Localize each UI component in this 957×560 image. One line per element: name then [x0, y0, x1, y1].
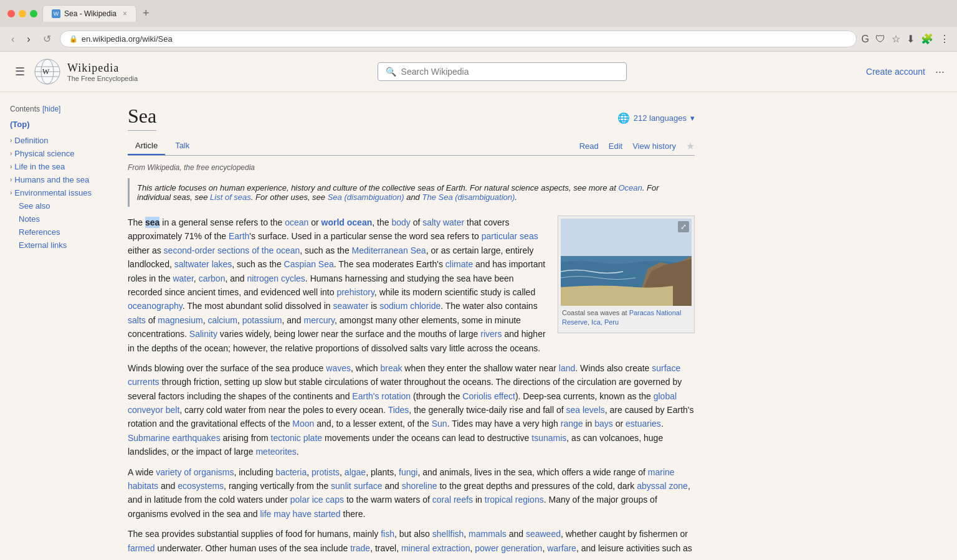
- range-link[interactable]: range: [561, 419, 583, 429]
- second-order-link[interactable]: second-order sections of the ocean: [164, 245, 300, 255]
- salts-link[interactable]: salts: [128, 315, 146, 325]
- sidebar-item-life-in-sea[interactable]: › Life in the sea: [10, 160, 105, 173]
- rivers-link[interactable]: rivers: [480, 329, 502, 339]
- more-options-icon[interactable]: ···: [935, 65, 945, 78]
- downloads-icon[interactable]: ⬇: [907, 33, 915, 45]
- mercury-link[interactable]: mercury: [304, 315, 335, 325]
- sidebar-item-references[interactable]: References: [10, 225, 105, 239]
- shoreline-link[interactable]: shoreline: [402, 481, 437, 491]
- moon-link[interactable]: Moon: [292, 419, 314, 429]
- browser-tab-sea[interactable]: W Sea - Wikipedia ×: [42, 5, 136, 22]
- search-box[interactable]: 🔍: [378, 62, 627, 81]
- surface-currents-link[interactable]: surface currents: [128, 363, 680, 387]
- back-button[interactable]: ‹: [7, 32, 18, 46]
- tectonic-plate-link[interactable]: tectonic plate: [271, 433, 323, 443]
- sea-levels-link[interactable]: sea levels: [566, 405, 604, 415]
- menu-icon[interactable]: ⋮: [940, 33, 950, 45]
- new-tab-button[interactable]: +: [139, 7, 153, 20]
- world-ocean-link[interactable]: world ocean: [321, 217, 373, 227]
- water-link[interactable]: water: [173, 273, 193, 283]
- tab-edit[interactable]: Edit: [609, 141, 622, 151]
- mediterranean-link[interactable]: Mediterranean Sea: [352, 245, 426, 255]
- land-link[interactable]: land: [559, 363, 575, 373]
- tab-talk[interactable]: Talk: [168, 137, 197, 155]
- forward-button[interactable]: ›: [23, 32, 34, 46]
- hatnote-sea-disambiguation-link[interactable]: Sea (disambiguation): [328, 192, 404, 202]
- body-link[interactable]: body: [391, 217, 410, 227]
- sunlit-surface-link[interactable]: sunlit surface: [331, 481, 382, 491]
- power-generation-link[interactable]: power generation: [475, 543, 542, 553]
- shield-icon[interactable]: 🛡: [875, 34, 885, 45]
- warfare-link[interactable]: warfare: [547, 543, 576, 553]
- sidebar-item-notes[interactable]: Notes: [10, 212, 105, 225]
- calcium-link[interactable]: calcium: [207, 315, 237, 325]
- meteorites-link[interactable]: meteorites: [255, 447, 296, 457]
- prehistory-link[interactable]: prehistory: [336, 287, 374, 297]
- watchlist-star-icon[interactable]: ★: [686, 140, 695, 152]
- tsunamis-link[interactable]: tsunamis: [531, 433, 566, 443]
- tides-link[interactable]: Tides: [388, 405, 409, 415]
- shellfish-link[interactable]: shellfish: [432, 529, 464, 539]
- farmed-link[interactable]: farmed: [128, 543, 155, 553]
- contents-top-link[interactable]: (Top): [10, 118, 105, 130]
- protists-link[interactable]: protists: [312, 467, 340, 477]
- bacteria-link[interactable]: bacteria: [275, 467, 307, 477]
- search-input[interactable]: [401, 67, 619, 77]
- tab-view-history[interactable]: View history: [632, 141, 676, 151]
- fish-link[interactable]: fish: [381, 529, 394, 539]
- tab-article[interactable]: Article: [128, 137, 165, 155]
- nitrogen-link[interactable]: nitrogen cycles: [247, 273, 305, 283]
- bays-link[interactable]: bays: [594, 419, 613, 429]
- life-started-link[interactable]: life may have started: [260, 509, 340, 519]
- seaweed-link[interactable]: seaweed: [526, 529, 561, 539]
- extensions-icon[interactable]: 🧩: [921, 33, 933, 45]
- tropical-regions-link[interactable]: tropical regions: [485, 495, 544, 505]
- coriolis-link[interactable]: Coriolis effect: [462, 391, 515, 401]
- particular-seas-link[interactable]: particular seas: [482, 231, 538, 241]
- tab-close-icon[interactable]: ×: [123, 9, 127, 18]
- waves-link[interactable]: waves: [326, 363, 351, 373]
- salty-water-link[interactable]: salty water: [422, 217, 464, 227]
- minimize-button[interactable]: [19, 10, 26, 17]
- submarine-earthquakes-link[interactable]: Submarine earthquakes: [128, 433, 221, 443]
- ica-link[interactable]: Ica, Peru: [591, 318, 619, 326]
- ecosystems-link[interactable]: ecosystems: [178, 481, 224, 491]
- magnesium-link[interactable]: magnesium: [158, 315, 202, 325]
- abyssal-zone-link[interactable]: abyssal zone: [637, 481, 688, 491]
- sidebar-item-definition[interactable]: › Definition: [10, 134, 105, 147]
- polar-ice-caps-link[interactable]: polar ice caps: [290, 495, 344, 505]
- potassium-link[interactable]: potassium: [242, 315, 282, 325]
- fungi-link[interactable]: fungi: [399, 467, 417, 477]
- algae-link[interactable]: algae: [345, 467, 366, 477]
- trade-link[interactable]: trade: [350, 543, 370, 553]
- sidebar-item-see-also[interactable]: See also: [10, 199, 105, 212]
- ocean-link[interactable]: ocean: [285, 217, 308, 227]
- sidebar-item-external-links[interactable]: External links: [10, 239, 105, 252]
- mineral-extraction-link[interactable]: mineral extraction: [401, 543, 470, 553]
- climate-link[interactable]: climate: [445, 259, 473, 269]
- maximize-button[interactable]: [30, 10, 37, 17]
- create-account-button[interactable]: Create account: [866, 67, 925, 77]
- coral-reefs-link[interactable]: coral reefs: [432, 495, 473, 505]
- google-icon[interactable]: G: [862, 34, 869, 45]
- saltwater-lakes-link[interactable]: saltwater lakes: [174, 259, 232, 269]
- sidebar-item-environmental[interactable]: › Environmental issues: [10, 186, 105, 199]
- sodium-chloride-link[interactable]: sodium chloride: [379, 301, 440, 311]
- hatnote-the-sea-disambiguation-link[interactable]: The Sea (disambiguation): [422, 192, 515, 202]
- contents-hide-link[interactable]: [hide]: [42, 105, 60, 113]
- variety-link[interactable]: variety of organisms: [156, 467, 234, 477]
- carbon-link[interactable]: carbon: [199, 273, 226, 283]
- sidebar-item-physical-science[interactable]: › Physical science: [10, 147, 105, 160]
- tab-read[interactable]: Read: [579, 141, 599, 151]
- paracas-link[interactable]: Paracas National Reserve: [562, 309, 681, 326]
- hatnote-list-seas-link[interactable]: List of seas: [210, 192, 251, 202]
- address-bar[interactable]: 🔒 en.wikipedia.org/wiki/Sea: [60, 31, 857, 47]
- image-expand-icon[interactable]: ⤢: [678, 221, 689, 232]
- break-link[interactable]: break: [380, 363, 402, 373]
- earth-link[interactable]: Earth: [229, 231, 249, 241]
- sidebar-item-humans-sea[interactable]: › Humans and the sea: [10, 173, 105, 186]
- hamburger-menu-button[interactable]: ☰: [12, 62, 27, 81]
- sun-link[interactable]: Sun: [432, 419, 447, 429]
- star-bookmark-icon[interactable]: ☆: [892, 33, 900, 45]
- estuaries-link[interactable]: estuaries: [626, 419, 661, 429]
